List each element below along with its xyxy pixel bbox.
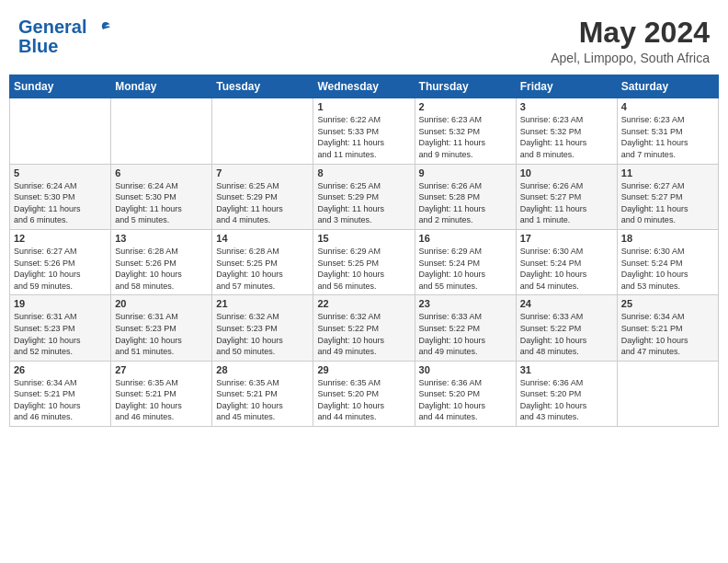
logo-text: General bbox=[18, 17, 112, 37]
day-info: Sunrise: 6:23 AMSunset: 5:32 PMDaylight:… bbox=[520, 114, 613, 160]
day-number: 18 bbox=[621, 233, 714, 244]
calendar-week-row: 19Sunrise: 6:31 AMSunset: 5:23 PMDayligh… bbox=[10, 295, 719, 361]
calendar-week-row: 5Sunrise: 6:24 AMSunset: 5:30 PMDaylight… bbox=[10, 164, 719, 229]
day-info: Sunrise: 6:28 AMSunset: 5:26 PMDaylight:… bbox=[115, 246, 208, 292]
calendar-cell: 13Sunrise: 6:28 AMSunset: 5:26 PMDayligh… bbox=[111, 229, 212, 294]
day-number: 4 bbox=[621, 101, 714, 112]
day-info: Sunrise: 6:35 AMSunset: 5:21 PMDaylight:… bbox=[216, 377, 309, 423]
day-info: Sunrise: 6:32 AMSunset: 5:22 PMDaylight:… bbox=[317, 311, 410, 357]
calendar-week-row: 12Sunrise: 6:27 AMSunset: 5:26 PMDayligh… bbox=[10, 229, 719, 294]
day-number: 26 bbox=[14, 364, 107, 375]
weekday-header-sunday: Sunday bbox=[10, 75, 111, 98]
day-info: Sunrise: 6:36 AMSunset: 5:20 PMDaylight:… bbox=[520, 377, 613, 423]
day-info: Sunrise: 6:25 AMSunset: 5:29 PMDaylight:… bbox=[317, 180, 410, 226]
calendar-cell: 7Sunrise: 6:25 AMSunset: 5:29 PMDaylight… bbox=[212, 164, 313, 229]
day-info: Sunrise: 6:33 AMSunset: 5:22 PMDaylight:… bbox=[520, 311, 613, 357]
day-number: 21 bbox=[216, 298, 309, 309]
calendar-cell bbox=[212, 98, 313, 164]
day-number: 13 bbox=[115, 233, 208, 244]
day-number: 11 bbox=[621, 167, 714, 178]
calendar-cell: 27Sunrise: 6:35 AMSunset: 5:21 PMDayligh… bbox=[111, 361, 212, 426]
day-number: 17 bbox=[520, 233, 613, 244]
calendar-cell: 29Sunrise: 6:35 AMSunset: 5:20 PMDayligh… bbox=[313, 361, 415, 426]
day-info: Sunrise: 6:29 AMSunset: 5:25 PMDaylight:… bbox=[317, 246, 410, 292]
day-info: Sunrise: 6:31 AMSunset: 5:23 PMDaylight:… bbox=[14, 311, 107, 357]
calendar-cell: 24Sunrise: 6:33 AMSunset: 5:22 PMDayligh… bbox=[516, 295, 617, 361]
calendar-cell: 15Sunrise: 6:29 AMSunset: 5:25 PMDayligh… bbox=[313, 229, 415, 294]
calendar-cell: 6Sunrise: 6:24 AMSunset: 5:30 PMDaylight… bbox=[111, 164, 212, 229]
day-info: Sunrise: 6:29 AMSunset: 5:24 PMDaylight:… bbox=[419, 246, 512, 292]
calendar-cell: 10Sunrise: 6:26 AMSunset: 5:27 PMDayligh… bbox=[516, 164, 617, 229]
calendar-week-row: 1Sunrise: 6:22 AMSunset: 5:33 PMDaylight… bbox=[10, 98, 719, 164]
day-number: 19 bbox=[14, 298, 107, 309]
day-info: Sunrise: 6:28 AMSunset: 5:25 PMDaylight:… bbox=[216, 246, 309, 292]
day-number: 6 bbox=[115, 167, 208, 178]
day-number: 27 bbox=[115, 364, 208, 375]
calendar-cell: 25Sunrise: 6:34 AMSunset: 5:21 PMDayligh… bbox=[617, 295, 718, 361]
day-info: Sunrise: 6:31 AMSunset: 5:23 PMDaylight:… bbox=[115, 311, 208, 357]
day-number: 16 bbox=[419, 233, 512, 244]
calendar-cell: 19Sunrise: 6:31 AMSunset: 5:23 PMDayligh… bbox=[10, 295, 111, 361]
day-number: 31 bbox=[520, 364, 613, 375]
day-number: 9 bbox=[419, 167, 512, 178]
logo: General Blue bbox=[18, 17, 112, 55]
weekday-header-saturday: Saturday bbox=[617, 75, 718, 98]
day-info: Sunrise: 6:34 AMSunset: 5:21 PMDaylight:… bbox=[14, 377, 107, 423]
calendar-cell: 30Sunrise: 6:36 AMSunset: 5:20 PMDayligh… bbox=[415, 361, 516, 426]
day-number: 28 bbox=[216, 364, 309, 375]
day-info: Sunrise: 6:24 AMSunset: 5:30 PMDaylight:… bbox=[115, 180, 208, 226]
calendar-cell: 2Sunrise: 6:23 AMSunset: 5:32 PMDaylight… bbox=[415, 98, 516, 164]
day-number: 7 bbox=[216, 167, 309, 178]
calendar-cell: 22Sunrise: 6:32 AMSunset: 5:22 PMDayligh… bbox=[313, 295, 415, 361]
calendar-cell: 1Sunrise: 6:22 AMSunset: 5:33 PMDaylight… bbox=[313, 98, 415, 164]
day-info: Sunrise: 6:22 AMSunset: 5:33 PMDaylight:… bbox=[317, 114, 410, 160]
calendar-cell bbox=[10, 98, 111, 164]
calendar-cell bbox=[111, 98, 212, 164]
day-info: Sunrise: 6:36 AMSunset: 5:20 PMDaylight:… bbox=[419, 377, 512, 423]
month-title: May 2024 bbox=[551, 17, 710, 49]
weekday-header-tuesday: Tuesday bbox=[212, 75, 313, 98]
calendar-cell: 3Sunrise: 6:23 AMSunset: 5:32 PMDaylight… bbox=[516, 98, 617, 164]
calendar-cell: 12Sunrise: 6:27 AMSunset: 5:26 PMDayligh… bbox=[10, 229, 111, 294]
day-number: 8 bbox=[317, 167, 410, 178]
day-info: Sunrise: 6:33 AMSunset: 5:22 PMDaylight:… bbox=[419, 311, 512, 357]
day-info: Sunrise: 6:35 AMSunset: 5:20 PMDaylight:… bbox=[317, 377, 410, 423]
location-title: Apel, Limpopo, South Africa bbox=[551, 51, 710, 65]
calendar-cell: 16Sunrise: 6:29 AMSunset: 5:24 PMDayligh… bbox=[415, 229, 516, 294]
day-info: Sunrise: 6:25 AMSunset: 5:29 PMDaylight:… bbox=[216, 180, 309, 226]
calendar-week-row: 26Sunrise: 6:34 AMSunset: 5:21 PMDayligh… bbox=[10, 361, 719, 426]
day-info: Sunrise: 6:30 AMSunset: 5:24 PMDaylight:… bbox=[520, 246, 613, 292]
day-info: Sunrise: 6:32 AMSunset: 5:23 PMDaylight:… bbox=[216, 311, 309, 357]
calendar-cell: 20Sunrise: 6:31 AMSunset: 5:23 PMDayligh… bbox=[111, 295, 212, 361]
day-number: 10 bbox=[520, 167, 613, 178]
weekday-header-row: SundayMondayTuesdayWednesdayThursdayFrid… bbox=[10, 75, 719, 98]
day-info: Sunrise: 6:27 AMSunset: 5:26 PMDaylight:… bbox=[14, 246, 107, 292]
calendar-cell: 21Sunrise: 6:32 AMSunset: 5:23 PMDayligh… bbox=[212, 295, 313, 361]
title-block: May 2024 Apel, Limpopo, South Africa bbox=[551, 17, 710, 65]
calendar-cell: 11Sunrise: 6:27 AMSunset: 5:27 PMDayligh… bbox=[617, 164, 718, 229]
calendar-cell: 8Sunrise: 6:25 AMSunset: 5:29 PMDaylight… bbox=[313, 164, 415, 229]
calendar-cell: 31Sunrise: 6:36 AMSunset: 5:20 PMDayligh… bbox=[516, 361, 617, 426]
logo-bird-icon bbox=[94, 21, 112, 36]
weekday-header-thursday: Thursday bbox=[415, 75, 516, 98]
calendar-cell: 9Sunrise: 6:26 AMSunset: 5:28 PMDaylight… bbox=[415, 164, 516, 229]
day-info: Sunrise: 6:23 AMSunset: 5:31 PMDaylight:… bbox=[621, 114, 714, 160]
day-number: 1 bbox=[317, 101, 410, 112]
day-number: 12 bbox=[14, 233, 107, 244]
day-info: Sunrise: 6:35 AMSunset: 5:21 PMDaylight:… bbox=[115, 377, 208, 423]
calendar-cell: 14Sunrise: 6:28 AMSunset: 5:25 PMDayligh… bbox=[212, 229, 313, 294]
calendar-cell: 26Sunrise: 6:34 AMSunset: 5:21 PMDayligh… bbox=[10, 361, 111, 426]
day-number: 24 bbox=[520, 298, 613, 309]
day-info: Sunrise: 6:23 AMSunset: 5:32 PMDaylight:… bbox=[419, 114, 512, 160]
day-number: 3 bbox=[520, 101, 613, 112]
logo-blue: Blue bbox=[18, 37, 112, 55]
weekday-header-wednesday: Wednesday bbox=[313, 75, 415, 98]
calendar-cell: 28Sunrise: 6:35 AMSunset: 5:21 PMDayligh… bbox=[212, 361, 313, 426]
weekday-header-friday: Friday bbox=[516, 75, 617, 98]
day-number: 29 bbox=[317, 364, 410, 375]
day-number: 22 bbox=[317, 298, 410, 309]
calendar-table: SundayMondayTuesdayWednesdayThursdayFrid… bbox=[9, 75, 719, 427]
calendar-cell: 23Sunrise: 6:33 AMSunset: 5:22 PMDayligh… bbox=[415, 295, 516, 361]
day-number: 2 bbox=[419, 101, 512, 112]
day-number: 25 bbox=[621, 298, 714, 309]
